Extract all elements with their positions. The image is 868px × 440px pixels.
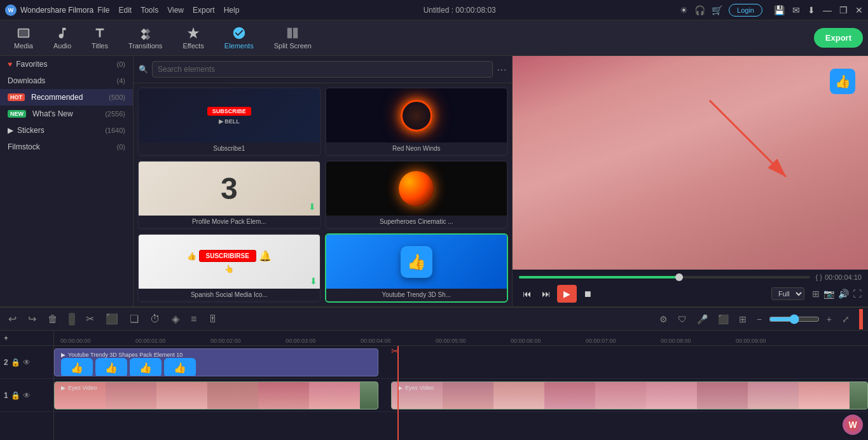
sidebar-item-whats-new[interactable]: NEW What's New (2556) <box>0 106 133 122</box>
sidebar-item-favorites[interactable]: ♥ Favorites (0) <box>0 56 133 72</box>
skip-back-button[interactable]: ⏮ <box>519 286 535 301</box>
sidebar-filmstock-count: (0) <box>117 143 125 151</box>
sidebar-downloads-count: (4) <box>117 77 125 85</box>
sidebar-stickers-count: (1640) <box>105 127 125 134</box>
export-button[interactable]: Export <box>814 28 863 48</box>
volume-icon[interactable]: 🔊 <box>838 289 849 299</box>
download-icon[interactable]: ⬇ <box>808 5 815 15</box>
element-card-superheroes-cinematic[interactable]: Superheroes Cinematic ... <box>325 160 509 230</box>
search-input[interactable] <box>152 61 493 78</box>
visibility-icon-2[interactable]: 👁 <box>23 358 31 367</box>
cut-button[interactable]: ✂ <box>83 311 97 327</box>
menu-edit[interactable]: Edit <box>119 6 132 15</box>
envelope-icon[interactable]: ✉ <box>792 5 800 15</box>
video-clip-2[interactable]: ▶ Eyes Video <box>391 382 868 409</box>
sun-icon[interactable]: ☀ <box>680 5 688 15</box>
screenshot-icon[interactable]: 📷 <box>823 289 834 299</box>
element-card-profile-movie-pack[interactable]: 3 ⬇ Profile Movie Pack Elem... <box>137 160 321 230</box>
copy-button[interactable]: ❏ <box>127 311 142 327</box>
video-frame-5 <box>258 382 309 409</box>
spanish-download-icon: ⬇ <box>310 276 317 286</box>
count-3-display: 3 <box>221 174 238 204</box>
headphones-icon[interactable]: 🎧 <box>694 5 705 15</box>
tab-effects[interactable]: Effects <box>174 24 212 52</box>
sidebar-whats-new-label: What's New <box>32 109 73 118</box>
sidebar-item-recommended[interactable]: HOT Recommended (500) <box>0 89 133 106</box>
elements-clip[interactable]: ▶ Youtube Trendy 3D Shapes Pack Element … <box>54 348 378 376</box>
sidebar-item-stickers[interactable]: ▶ Stickers (1640) <box>0 122 133 139</box>
close-button[interactable]: ✕ <box>855 5 863 15</box>
menu-export[interactable]: Export <box>193 6 215 15</box>
visibility-icon-1[interactable]: 👁 <box>23 391 31 400</box>
redo-button[interactable]: ↪ <box>25 311 39 327</box>
screen-size-icon[interactable]: ⊞ <box>812 289 820 299</box>
mic-icon[interactable]: 🎤 <box>694 312 711 326</box>
login-button[interactable]: Login <box>729 4 762 17</box>
element-card-red-neon-winds[interactable]: Red Neon Winds <box>325 87 509 156</box>
tab-audio[interactable]: Audio <box>45 24 80 52</box>
tab-elements[interactable]: Elements <box>216 24 263 52</box>
sidebar-item-downloads[interactable]: Downloads (4) <box>0 72 133 89</box>
color-button[interactable]: ◈ <box>169 311 183 327</box>
like-icon: 👍 <box>187 252 196 261</box>
settings-icon[interactable]: ⚙ <box>656 312 671 326</box>
record-button[interactable] <box>859 309 863 329</box>
delete-button[interactable]: 🗑 <box>45 312 61 327</box>
progress-thumb <box>675 273 683 281</box>
track-header-1: 1 🔒 👁 <box>0 379 53 412</box>
sidebar-item-filmstock[interactable]: Filmstock (0) <box>0 139 133 155</box>
adjust-button[interactable]: ≡ <box>188 312 200 327</box>
fullscreen-icon[interactable]: ⛶ <box>853 289 862 299</box>
expand-icon[interactable]: ⊞ <box>736 312 750 326</box>
play-button[interactable]: ▶ <box>557 285 577 303</box>
tab-split-screen[interactable]: Split Screen <box>265 24 320 52</box>
sidebar-downloads-label: Downloads <box>8 76 45 85</box>
lock-icon-2[interactable]: 🔒 <box>11 358 20 367</box>
crop-button[interactable]: ⬛ <box>102 311 121 327</box>
element-card-subscribe1[interactable]: SUBSCRIBE ▶ BELL Subscribe1 <box>137 87 321 156</box>
progress-bar-container: { } 00:00:04:10 <box>519 273 862 281</box>
audio-button[interactable]: 🎚 <box>205 312 221 327</box>
stop-button[interactable]: ⏹ <box>579 286 596 301</box>
minus-icon[interactable]: − <box>754 312 765 326</box>
element-thumb-profile: 3 ⬇ <box>139 162 320 216</box>
element-card-spanish-social-media[interactable]: 👍 SUSCRIBIRSE 🔔 👆 ⬇ Spanish Social Media… <box>137 233 321 303</box>
zoom-slider[interactable] <box>769 314 820 324</box>
add-clip-icon[interactable]: + <box>4 334 8 343</box>
minimize-button[interactable]: — <box>823 5 832 15</box>
frame-back-button[interactable]: ⏭ <box>538 286 555 301</box>
progress-track[interactable] <box>519 276 810 278</box>
fit-icon[interactable]: ⤢ <box>839 312 853 326</box>
quality-select[interactable]: Full 1/2 1/4 <box>771 287 804 300</box>
maximize-button[interactable]: ❐ <box>839 5 848 15</box>
timeline-toolbar: ↩ ↪ 🗑 ✂ ⬛ ❏ ⏱ ◈ ≡ 🎚 ⚙ 🛡 🎤 ⬛ ⊞ − + ⤢ <box>0 308 868 331</box>
bracket-left: { } <box>815 273 822 281</box>
titlebar-menus: File Edit Tools View Export Help <box>97 6 239 15</box>
save-icon[interactable]: 💾 <box>774 5 785 15</box>
tab-media[interactable]: Media <box>5 24 42 52</box>
element-thumb-neon <box>326 88 507 142</box>
plus-icon[interactable]: + <box>823 312 835 326</box>
video-frame-6 <box>309 382 360 409</box>
ruler-tick-5: 00:00:05:00 <box>436 338 466 344</box>
menu-tools[interactable]: Tools <box>141 6 158 15</box>
tab-titles[interactable]: Titles <box>83 24 117 52</box>
timer-button[interactable]: ⏱ <box>147 312 163 327</box>
undo-button[interactable]: ↩ <box>5 311 20 327</box>
cart-icon[interactable]: 🛒 <box>712 5 722 15</box>
menu-file[interactable]: File <box>97 6 109 15</box>
align-icon[interactable]: ⬛ <box>715 312 732 326</box>
element-thumb-spanish: 👍 SUSCRIBIRSE 🔔 👆 ⬇ <box>139 235 320 289</box>
video-clip-1[interactable]: ▶ Eyes Video <box>54 382 378 409</box>
time-code-brackets: { } 00:00:04:10 <box>815 273 862 281</box>
grid-toggle-icon[interactable]: ⋯ <box>497 64 507 76</box>
video-frame-11 <box>595 382 646 409</box>
sidebar-filmstock-label: Filmstock <box>8 142 40 151</box>
shield-icon[interactable]: 🛡 <box>675 312 690 326</box>
lock-icon-1[interactable]: 🔒 <box>11 391 20 400</box>
tab-transitions[interactable]: Transitions <box>120 24 171 52</box>
titlebar-right: ☀ 🎧 🛒 Login 💾 ✉ ⬇ — ❐ ✕ <box>680 4 863 17</box>
menu-help[interactable]: Help <box>224 6 240 15</box>
element-card-youtube-trendy[interactable]: 👍 Youtube Trendy 3D Sh... <box>325 233 509 303</box>
menu-view[interactable]: View <box>167 6 184 15</box>
